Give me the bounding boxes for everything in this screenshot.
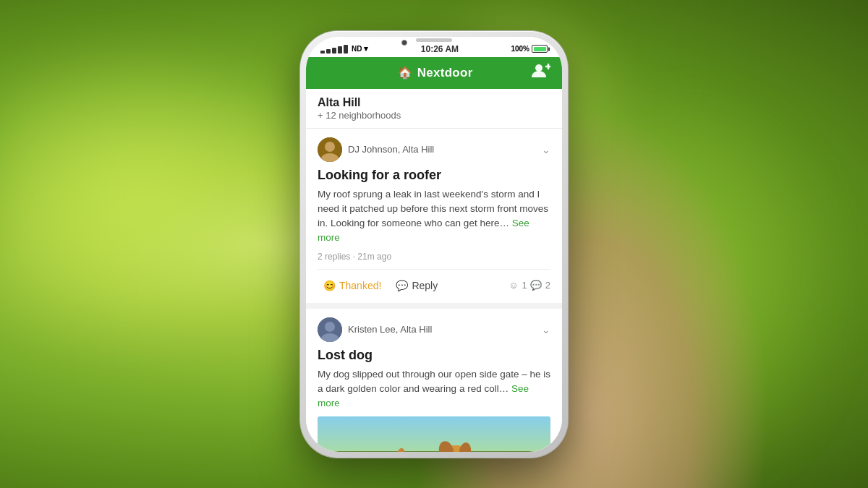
- house-icon: 🏠: [398, 66, 412, 80]
- carrier-label: ND: [352, 45, 362, 53]
- smiley-icon: ☺: [509, 280, 518, 291]
- chevron-down-icon[interactable]: ⌄: [542, 324, 550, 335]
- svg-point-11: [437, 440, 456, 451]
- post-card: Kristen Lee, Alta Hill ⌄ Lost dog My dog…: [306, 309, 562, 452]
- front-camera: [401, 40, 407, 46]
- reply-label: Reply: [412, 280, 438, 291]
- avatar: [318, 317, 342, 342]
- svg-point-0: [535, 64, 542, 72]
- phone-screen: ND ▾ 10:26 AM 100% 🏠 Nextdoor: [306, 37, 562, 452]
- avatar: [318, 137, 342, 162]
- time-display: 10:26 AM: [421, 44, 459, 54]
- post-header: Kristen Lee, Alta Hill ⌄: [318, 317, 550, 342]
- post-actions: 😊 Thanked! 💬 Reply ☺ 1: [318, 269, 550, 294]
- wifi-icon: ▾: [364, 44, 368, 53]
- reaction-num: 1: [522, 280, 527, 291]
- post-body: My roof sprung a leak in last weekend's …: [318, 187, 550, 246]
- battery-percent-label: 100%: [511, 45, 529, 53]
- signal-dots: [320, 45, 348, 53]
- dog-illustration: [387, 431, 481, 451]
- neighborhood-sub: + 12 neighborhoods: [318, 110, 550, 121]
- thanked-emoji: 😊: [323, 280, 336, 291]
- phone-device: ND ▾ 10:26 AM 100% 🏠 Nextdoor: [300, 31, 568, 458]
- battery-area: 100%: [511, 45, 548, 53]
- author-name: Kristen Lee, Alta Hill: [348, 324, 432, 335]
- post-image: [318, 416, 550, 451]
- comment-num: 2: [545, 280, 550, 291]
- svg-point-4: [325, 142, 335, 152]
- comment-count: 💬 2: [530, 280, 550, 291]
- add-user-button[interactable]: [532, 63, 550, 82]
- post-title: Lost dog: [318, 348, 550, 363]
- svg-point-7: [325, 322, 335, 332]
- author-name: DJ Johnson, Alta Hill: [348, 144, 434, 155]
- neighborhood-name: Alta Hill: [318, 96, 550, 109]
- signal-area: ND ▾: [320, 44, 368, 53]
- post-card: DJ Johnson, Alta Hill ⌄ Looking for a ro…: [306, 129, 562, 303]
- post-body: My dog slipped out through our open side…: [318, 367, 550, 411]
- comment-icon: 💬: [530, 280, 542, 291]
- screen-content: 🏠 Nextdoor Alta Hill + 12 neighborhoods: [306, 57, 562, 452]
- app-header: 🏠 Nextdoor: [306, 57, 562, 89]
- neighborhood-section[interactable]: Alta Hill + 12 neighborhoods: [306, 89, 562, 129]
- reply-button[interactable]: 💬 Reply: [390, 277, 443, 294]
- author-area: DJ Johnson, Alta Hill: [318, 137, 434, 162]
- posts-feed: DJ Johnson, Alta Hill ⌄ Looking for a ro…: [306, 129, 562, 452]
- app-logo: 🏠 Nextdoor: [398, 66, 472, 80]
- speaker-grille: [416, 38, 452, 42]
- chevron-down-icon[interactable]: ⌄: [542, 144, 550, 155]
- battery-icon: [532, 45, 548, 53]
- thanked-label: Thanked!: [339, 280, 381, 291]
- app-name-label: Nextdoor: [417, 66, 473, 80]
- chat-icon: 💬: [396, 280, 408, 291]
- battery-fill: [534, 47, 546, 51]
- thanked-button[interactable]: 😊 Thanked!: [318, 277, 387, 294]
- reaction-count: ☺ 1: [509, 280, 527, 291]
- author-area: Kristen Lee, Alta Hill: [318, 317, 432, 342]
- post-meta: 2 replies · 21m ago: [318, 252, 550, 262]
- post-header: DJ Johnson, Alta Hill ⌄: [318, 137, 550, 162]
- post-title: Looking for a roofer: [318, 168, 550, 183]
